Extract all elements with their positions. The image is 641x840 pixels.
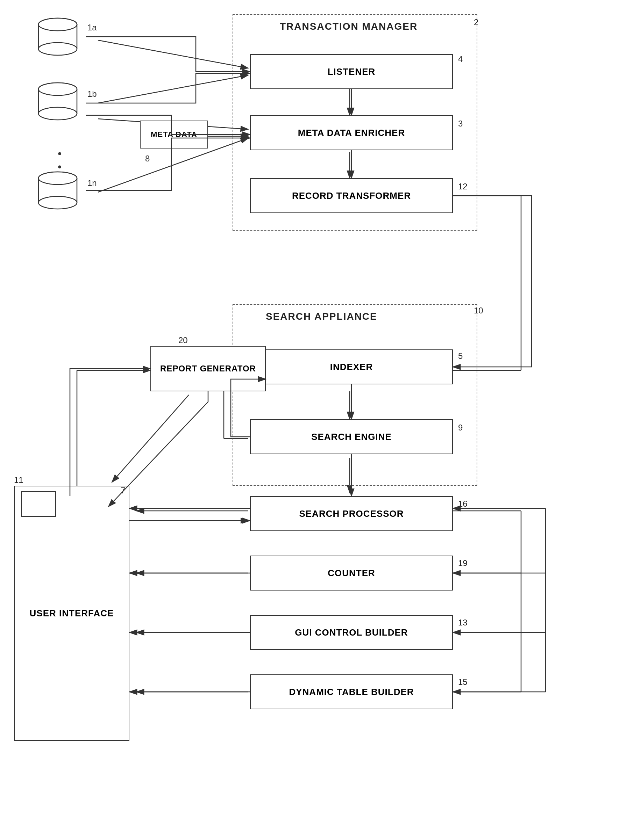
report-generator-ref: 20 [178,336,188,345]
database-1a [35,18,81,56]
search-engine-ref: 9 [458,423,463,432]
search-appliance-box [232,304,477,486]
indexer-ref: 5 [458,351,463,361]
record-transformer-box: RECORD TRANSFORMER [250,178,453,213]
database-1n [35,171,81,210]
ref-7: 7 [121,486,125,495]
meta-data-enricher-ref: 3 [458,119,463,128]
svg-point-32 [39,43,77,55]
dynamic-table-builder-box: DYNAMIC TABLE BUILDER [250,675,453,709]
svg-line-3 [98,75,248,103]
meta-data-enricher-box: META DATA ENRICHER [250,115,453,150]
dynamic-table-builder-ref: 15 [458,677,467,687]
svg-point-33 [39,18,77,31]
search-processor-box: SEARCH PROCESSOR [250,496,453,531]
search-appliance-label: SEARCH APPLIANCE [266,311,377,322]
svg-point-36 [39,107,77,120]
meta-data-box: META DATA [140,120,208,148]
database-1b [35,82,81,120]
user-interface-ref: 11 [14,475,23,485]
svg-point-37 [39,83,77,95]
transaction-manager-label: TRANSACTION MANAGER [280,21,417,32]
listener-box: LISTENER [250,54,453,89]
meta-data-ref: 8 [145,154,150,164]
svg-point-40 [39,196,77,209]
record-transformer-ref: 12 [458,182,467,191]
report-generator-box: REPORT GENERATOR [150,346,266,391]
gui-control-builder-ref: 13 [458,618,467,628]
transaction-manager-ref: 2 [474,18,478,27]
user-interface-box: USER INTERFACE [14,486,129,741]
search-processor-ref: 16 [458,499,467,509]
db-1a-label: 1a [87,23,97,32]
counter-box: COUNTER [250,556,453,591]
svg-line-2 [98,40,248,68]
db-1b-label: 1b [87,89,97,99]
db-1n-label: 1n [87,178,97,188]
search-appliance-ref: 10 [474,306,483,315]
diagram: 1a 1b ••• 1n META DATA 8 TRANSACTION MAN… [0,0,641,840]
indexer-box: INDEXER [250,349,453,384]
listener-ref: 4 [458,54,463,64]
counter-ref: 19 [458,558,467,568]
svg-point-41 [39,172,77,185]
search-engine-box: SEARCH ENGINE [250,419,453,454]
gui-control-builder-box: GUI CONTROL BUILDER [250,615,453,650]
monitor-icon [21,491,56,517]
svg-line-26 [112,395,189,482]
